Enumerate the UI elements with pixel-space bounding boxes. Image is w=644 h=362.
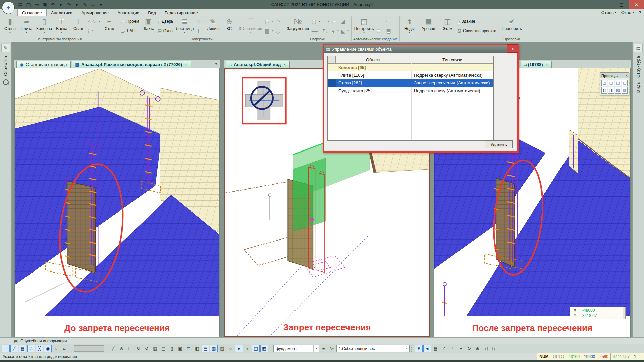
numbering-icon[interactable]: № <box>328 345 336 352</box>
lock-objects-icon[interactable]: ◉ <box>44 345 52 352</box>
chevron-down-icon[interactable]: ▾ <box>404 345 409 352</box>
ribbon-tab[interactable]: Вид <box>144 9 160 16</box>
delete-button[interactable]: Удалить <box>485 140 513 148</box>
redo-menu-icon[interactable]: ▾ <box>73 1 80 8</box>
box-frame-icon[interactable]: ▢ <box>160 345 167 352</box>
window-menu[interactable]: Окно▾ <box>621 10 634 15</box>
row-selector[interactable] <box>328 64 336 71</box>
model-canvas-before[interactable]: До запрета пересечения <box>14 68 220 337</box>
ks-button[interactable]: ⊕КС <box>221 17 237 36</box>
service-info-icon[interactable]: ▤ <box>14 339 18 343</box>
close-button[interactable]: × <box>629 0 644 9</box>
projects-icon[interactable]: ▤ <box>17 1 24 8</box>
app-logo-icon[interactable]: ✦ <box>2 1 15 14</box>
style-pen-icon[interactable]: ✎ <box>81 1 89 8</box>
area-load-button[interactable]: ▢ <box>311 17 321 26</box>
ribbon-tab[interactable]: Армирование <box>77 9 113 16</box>
crane-button[interactable]: Γ <box>385 17 393 26</box>
view-back-icon[interactable]: ◧ <box>601 87 607 94</box>
box-ghost-icon[interactable]: ◻ <box>185 345 193 352</box>
surface-wall-button[interactable]: ◫ <box>264 17 274 26</box>
redo-icon[interactable]: ↷ <box>65 1 72 8</box>
nodes-button[interactable]: ⋔Ноды <box>401 17 417 36</box>
line-button[interactable]: ✎Линия <box>205 17 220 36</box>
building-button[interactable]: ⌂Здание <box>456 17 497 26</box>
lamp-off-icon[interactable]: ○ <box>227 345 234 352</box>
tab-close-icon[interactable]: × <box>546 62 548 67</box>
filter-table-icon[interactable]: ▦ <box>432 345 439 352</box>
filter-cursor-icon[interactable]: ◄ <box>423 345 431 352</box>
build-button[interactable]: ◰Построить <box>353 17 375 36</box>
dialog-close-button[interactable]: x <box>507 44 518 53</box>
table-row[interactable]: Колонна [95] <box>328 64 493 71</box>
more-dots-icon[interactable]: ⋮ <box>448 345 456 352</box>
row-selector[interactable] <box>328 71 336 79</box>
tab-general-view[interactable]: ⌂ Анапа.spf:Общий вид × <box>226 61 290 68</box>
chevron-down-icon[interactable]: ▾ <box>313 345 319 352</box>
slab-button[interactable]: ▰Плита <box>19 17 34 36</box>
ribbon-tab[interactable]: Аннотации <box>113 9 144 16</box>
mode-textured-icon[interactable]: ▨ <box>218 345 226 352</box>
beam-button[interactable]: ⊤Балка <box>54 17 69 36</box>
maximize-button[interactable]: ▢ <box>614 0 629 9</box>
point-load-button[interactable]: ↓ <box>322 17 330 26</box>
wall-button[interactable]: ▮Стена <box>2 17 18 36</box>
shaft-button[interactable]: ▣Шахта <box>141 17 156 36</box>
sidebar-tab-views[interactable]: Виды <box>636 81 641 93</box>
table-row[interactable]: Фунд. плита [25] Подрезка снизу (Автомат… <box>328 87 493 95</box>
tab-close-icon[interactable]: × <box>283 62 286 67</box>
tab-list-icon[interactable]: ▾ <box>215 62 217 66</box>
rotate-y-icon[interactable]: ↺ <box>143 345 151 352</box>
mode-shaded-icon[interactable]: ▥ <box>210 345 218 352</box>
tab-after-view[interactable]: а (19788) × <box>521 61 552 68</box>
door-button[interactable]: ▯Дверь <box>157 17 174 26</box>
unlock-objects-icon[interactable]: ○ <box>52 345 60 352</box>
sheets-icon[interactable]: ≡ <box>320 345 327 352</box>
undo-icon[interactable]: ↶ <box>49 1 56 8</box>
moving-load-button[interactable]: ▭ <box>331 17 339 26</box>
plane-value-input[interactable] <box>74 345 104 352</box>
box-section-icon[interactable]: ◧ <box>193 345 201 352</box>
row-selector[interactable] <box>328 79 336 87</box>
help-icon[interactable]: ? <box>639 10 641 15</box>
view-bottom-icon[interactable]: ▧ <box>615 87 621 94</box>
palette-close-icon[interactable]: × <box>626 74 628 78</box>
sidebar-tab-properties[interactable]: Свойства <box>3 56 8 76</box>
view-right-icon[interactable]: ◳ <box>622 80 628 86</box>
joint-button[interactable]: ⌐Стык <box>102 17 117 36</box>
solid-button[interactable]: ▧ <box>264 26 274 36</box>
draw-line-icon[interactable]: ╱ <box>109 345 117 352</box>
window-button[interactable]: ⊞Окно <box>157 26 174 36</box>
draw-circle-icon[interactable]: ⊙ <box>118 345 125 352</box>
mirror-right-icon[interactable]: ▷ <box>490 345 498 352</box>
level-mark-button[interactable]: ↧ <box>196 26 204 36</box>
truss-button[interactable]: ∿∿ <box>87 17 101 26</box>
ribbon-tab[interactable]: Создание <box>17 9 47 16</box>
weight-load-button[interactable]: ● <box>331 26 339 36</box>
box-hole-icon[interactable]: ▯ <box>168 345 176 352</box>
opening-button[interactable]: ▱Проем <box>121 17 140 26</box>
measure-icon[interactable]: ↔ <box>89 1 97 8</box>
column-header-selector[interactable] <box>328 56 336 63</box>
panel-layout-icon[interactable]: ▤ <box>634 44 643 52</box>
storey-button[interactable]: ◫Этаж <box>440 17 455 36</box>
strip-load-button[interactable]: ┯┯ <box>311 26 321 36</box>
work-plane-icon[interactable]: ▱ <box>61 345 68 352</box>
box-gear-icon[interactable]: ▣ <box>176 345 184 352</box>
project-properties-button[interactable]: ⚙Свойства проекта <box>456 26 497 36</box>
snap-line-icon[interactable]: ╱ <box>10 345 18 352</box>
delta-h-button[interactable]: ▱± ΔН <box>121 26 140 36</box>
view-iso-icon[interactable]: ◰ <box>601 80 607 86</box>
sum-loads-button[interactable]: Σ↓ <box>322 26 330 36</box>
show-lights-icon[interactable]: ◩ <box>260 345 268 352</box>
sidebar-tab-structure[interactable]: Структура <box>636 56 641 78</box>
markers-button[interactable]: ∷ <box>196 17 204 26</box>
stairs-gen-button[interactable]: ≣ <box>376 26 384 36</box>
tab-close-icon[interactable]: × <box>185 62 187 67</box>
box-solid-icon[interactable]: ▧ <box>151 345 159 352</box>
save-icon[interactable]: ▣ <box>41 1 48 8</box>
pile-button[interactable]: ⅠСвая <box>70 17 86 36</box>
locate-icon[interactable]: ⊕ <box>474 345 481 352</box>
load-case-dropdown[interactable]: 1.Собственный вес ▾ <box>336 345 410 352</box>
pile-field-button[interactable]: ┆┆ <box>376 17 384 26</box>
